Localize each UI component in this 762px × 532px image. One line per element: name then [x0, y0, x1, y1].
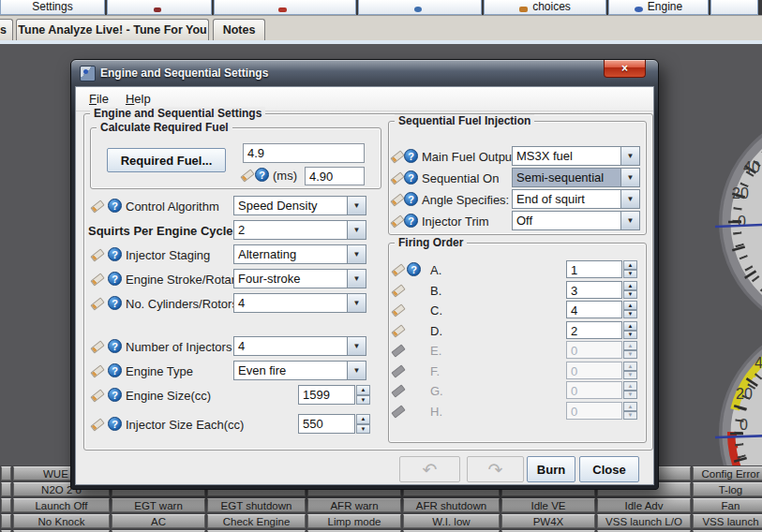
help-icon[interactable]: ? — [108, 272, 122, 286]
sequential-on-combobox[interactable]: Semi-sequential ▼ — [512, 168, 640, 187]
help-icon[interactable]: ? — [255, 168, 269, 182]
combo-value: 4 — [234, 294, 347, 312]
undo-icon: ↶ — [423, 459, 438, 480]
help-icon[interactable]: ? — [407, 262, 421, 276]
help-icon[interactable]: ? — [108, 199, 122, 213]
firing-d-spinner[interactable]: 2 ▲▼ — [566, 321, 637, 339]
gauge-tick-label: 0 — [738, 214, 746, 229]
spinner-down-icon[interactable]: ▼ — [623, 331, 637, 340]
engine-stroke-label: Engine Stroke/Rotary — [126, 273, 242, 287]
angle-specifies-label: Angle Specifies: — [422, 193, 509, 207]
firing-a-spinner[interactable]: 1 ▲▼ — [566, 260, 637, 278]
spinner-down-icon[interactable]: ▼ — [356, 395, 370, 406]
undo-button: ↶ — [399, 456, 460, 482]
toolbar-button-7[interactable] — [710, 0, 758, 15]
help-icon[interactable]: ? — [108, 388, 122, 402]
main-fuel-outputs-label: Main Fuel Outputs — [422, 150, 521, 164]
main-fuel-outputs-combobox[interactable]: MS3X fuel ▼ — [512, 146, 640, 166]
status-cell — [1, 482, 11, 496]
close-button[interactable]: Close — [579, 456, 639, 482]
tab-bar: s Tune Analyze Live! - Tune For You Note… — [0, 15, 762, 41]
toolbar-button-settings[interactable]: Settings — [0, 0, 105, 15]
num-injectors-combobox[interactable]: 4 ▼ — [233, 336, 366, 356]
combo-value: Alternating — [234, 245, 347, 263]
help-icon[interactable]: ? — [108, 363, 122, 377]
spinner-down-icon[interactable]: ▼ — [623, 290, 637, 300]
redo-icon: ↷ — [488, 459, 503, 480]
firing-c-spinner[interactable]: 4 ▲▼ — [566, 301, 637, 318]
spinner-up-icon[interactable]: ▲ — [623, 301, 637, 310]
spinner-value[interactable]: 550 — [298, 414, 355, 434]
engine-type-combobox[interactable]: Even fire ▼ — [233, 361, 366, 380]
group-title: Calculate Required Fuel — [97, 121, 232, 134]
help-icon[interactable]: ? — [108, 417, 122, 431]
help-icon[interactable]: ? — [108, 296, 122, 310]
injector-trim-combobox[interactable]: Off ▼ — [512, 211, 640, 230]
spinner-up-icon: ▲ — [623, 341, 637, 350]
toolbar-button-2[interactable] — [107, 0, 212, 15]
required-fuel-button[interactable]: Required Fuel... — [107, 148, 226, 172]
required-fuel-field[interactable]: 4.9 — [243, 143, 365, 163]
tab-partial-left[interactable]: s — [0, 19, 13, 40]
menu-file[interactable]: File — [81, 89, 117, 109]
spinner-value: 0 — [566, 402, 622, 420]
control-algorithm-combobox[interactable]: Speed Density ▼ — [233, 196, 366, 215]
spinner-value[interactable]: 3 — [566, 281, 622, 299]
burn-button[interactable]: Burn — [527, 456, 575, 482]
help-icon[interactable]: ? — [108, 247, 122, 261]
spinner-up-icon[interactable]: ▲ — [623, 321, 637, 331]
gauge-tick-label: 40 — [755, 355, 762, 371]
gauge-tick-label: 20 — [736, 386, 753, 402]
injector-size-spinner[interactable]: 550 ▲▼ — [298, 414, 370, 434]
gauge-tick-label: 20 — [732, 185, 749, 201]
close-icon[interactable]: × — [604, 60, 646, 78]
help-icon[interactable]: ? — [404, 149, 418, 163]
firing-d-label: D. — [430, 324, 442, 338]
spinner-down-icon[interactable]: ▼ — [623, 310, 637, 319]
toolbar-button-3[interactable] — [214, 0, 356, 15]
status-cell — [1, 514, 11, 528]
toolbar-button-choices[interactable]: choices — [484, 0, 606, 15]
spinner-value[interactable]: 1 — [566, 260, 622, 278]
spinner-value[interactable]: 4 — [566, 301, 622, 318]
tab-label: Notes — [223, 23, 256, 37]
cylinders-combobox[interactable]: 4 ▼ — [233, 293, 366, 313]
squirts-combobox[interactable]: 2 ▼ — [233, 220, 366, 240]
status-cell: No Knock — [13, 514, 110, 528]
help-icon[interactable]: ? — [108, 339, 122, 353]
firing-b-spinner[interactable]: 3 ▲▼ — [566, 281, 637, 299]
icon-fragment — [278, 7, 287, 12]
toolbar-button-4[interactable] — [358, 0, 482, 15]
angle-specifies-combobox[interactable]: End of squirt ▼ — [512, 189, 640, 209]
menu-help[interactable]: Help — [117, 89, 159, 109]
help-icon[interactable]: ? — [404, 192, 418, 206]
tab-tune-analyze-live[interactable]: Tune Analyze Live! - Tune For You — [16, 19, 209, 40]
group-title: Firing Order — [395, 236, 467, 249]
tab-notes[interactable]: Notes — [213, 19, 265, 40]
dialog-titlebar[interactable]: Engine and Sequential Settings × — [71, 60, 658, 86]
toolbar-button-engine[interactable]: Engine — [608, 0, 709, 15]
engine-type-label: Engine Type — [126, 364, 193, 378]
spinner-down-icon[interactable]: ▼ — [356, 424, 370, 435]
combo-value: 2 — [234, 221, 347, 239]
spinner-value: 0 — [566, 381, 622, 399]
spinner-up-icon[interactable]: ▲ — [356, 385, 370, 395]
status-row: Launch Off EGT warn EGT shutdown AFR war… — [0, 497, 762, 513]
combo-value: Off — [513, 212, 620, 229]
help-icon[interactable]: ? — [404, 214, 418, 228]
spinner-value[interactable]: 2 — [566, 321, 622, 339]
engine-size-spinner[interactable]: 1599 ▲▼ — [298, 385, 370, 405]
gauge-top-partial: 40 20 0 — [689, 94, 762, 348]
help-icon[interactable]: ? — [404, 170, 418, 185]
redo-button: ↷ — [467, 456, 524, 482]
status-cell: EGT warn — [112, 498, 205, 512]
spinner-value[interactable]: 1599 — [298, 385, 355, 405]
spinner-up-icon[interactable]: ▲ — [623, 281, 637, 290]
engine-stroke-combobox[interactable]: Four-stroke ▼ — [233, 269, 366, 288]
spinner-up-icon[interactable]: ▲ — [356, 414, 370, 424]
required-fuel-ms-field[interactable]: 4.90 — [305, 167, 365, 185]
spinner-up-icon[interactable]: ▲ — [623, 260, 637, 270]
injector-staging-combobox[interactable]: Alternating ▼ — [233, 244, 366, 264]
spinner-down-icon[interactable]: ▼ — [623, 270, 637, 279]
spinner-up-icon: ▲ — [623, 402, 637, 411]
